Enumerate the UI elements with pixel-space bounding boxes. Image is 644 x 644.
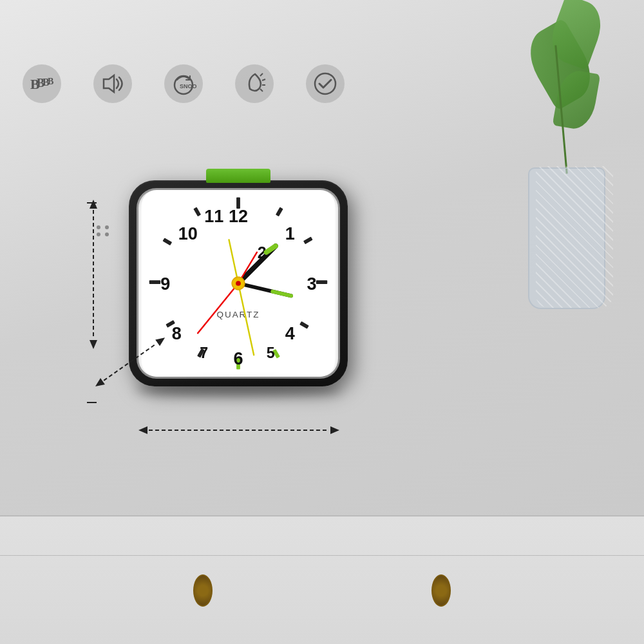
feature-crescendo: B B B B [13,64,71,107]
svg-text:4: 4 [285,324,295,343]
clock-body: 12 1 3 4 5 6 7 8 9 10 11 2 QUARTZ [129,180,348,386]
vase-lace [536,166,613,308]
drawer-handle-right [431,574,451,607]
svg-text:11: 11 [204,207,223,226]
svg-point-47 [236,281,241,286]
svg-text:6: 6 [233,349,243,368]
loud-clear-icon [93,64,132,103]
dots-decoration [97,225,110,236]
svg-text:7: 7 [200,345,208,361]
svg-marker-4 [104,75,114,92]
feature-snooze: SNOOZE [155,64,213,107]
snooze-icon: SNOOZE [164,64,203,103]
clock-wrapper: 12 1 3 4 5 6 7 8 9 10 11 2 QUARTZ [129,180,374,386]
svg-text:3: 3 [307,274,317,294]
vase-body [528,167,605,309]
feature-luminous [225,64,283,107]
features-row: B B B B SNOOZE [13,64,354,107]
luminous-icon [235,64,274,103]
svg-line-7 [260,73,263,76]
svg-rect-22 [149,280,160,284]
easy-use-icon [306,64,345,103]
drawer-line [0,555,644,556]
snooze-light-button[interactable] [206,169,270,183]
svg-text:B: B [48,77,53,86]
svg-text:10: 10 [178,224,198,243]
svg-line-8 [262,79,265,80]
svg-text:1: 1 [285,224,295,243]
svg-rect-16 [316,280,327,284]
drawer-handle-left [193,574,213,607]
svg-line-10 [260,89,263,91]
svg-text:5: 5 [267,345,275,361]
svg-point-11 [315,73,336,94]
svg-text:QUARTZ: QUARTZ [217,310,260,319]
crescendo-icon: B B B B [23,64,61,103]
clock-shadow [135,383,341,396]
vase [522,116,612,309]
table-surface [0,515,644,644]
svg-text:SNOOZE: SNOOZE [180,83,196,90]
feature-loud-clear [84,64,142,107]
svg-text:12: 12 [229,207,248,226]
vase-area [496,52,625,438]
feature-easy-use [296,64,354,107]
svg-text:8: 8 [172,324,182,343]
svg-text:9: 9 [160,274,170,294]
clock-face: 12 1 3 4 5 6 7 8 9 10 11 2 QUARTZ [138,190,338,377]
